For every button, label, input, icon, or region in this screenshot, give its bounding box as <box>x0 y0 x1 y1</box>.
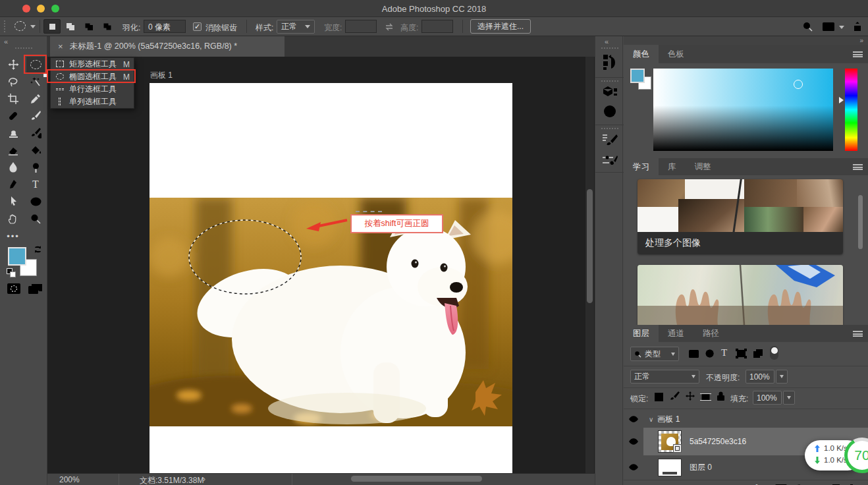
history-brush-tool[interactable] <box>26 125 45 141</box>
pen-tool[interactable] <box>4 177 22 192</box>
filter-adjustment-layers-icon[interactable] <box>705 349 715 358</box>
learn-card-hands[interactable] <box>637 265 843 325</box>
canvas-hscrollbar-thumb[interactable] <box>351 476 482 482</box>
elliptical-marquee-tool[interactable] <box>26 57 45 72</box>
learn-scrollbar-thumb[interactable] <box>858 195 863 249</box>
flyout-single-row-marquee[interactable]: 单行选框工具 <box>51 83 134 96</box>
tab-adjust[interactable]: 调整 <box>686 158 720 175</box>
panel-foreground-swatch[interactable] <box>630 69 645 83</box>
type-tool[interactable]: T <box>26 177 45 192</box>
fill-caret[interactable] <box>783 391 795 405</box>
width-input[interactable] <box>345 20 377 33</box>
zoom-tool[interactable] <box>26 211 45 227</box>
path-selection-tool[interactable] <box>4 194 22 210</box>
lock-all-icon[interactable] <box>717 391 725 401</box>
screen-mode-button[interactable] <box>28 283 43 297</box>
intersect-selection-mode-button[interactable] <box>99 19 116 34</box>
lock-transparency-icon[interactable] <box>654 392 664 402</box>
select-and-mask-button[interactable]: 选择并遮住... <box>470 19 531 34</box>
flyout-single-column-marquee[interactable]: 单列选框工具 <box>51 96 134 108</box>
feather-input[interactable]: 0 像素 <box>144 20 186 33</box>
toolbox-collapse-icon[interactable]: « <box>4 38 7 45</box>
tool-preset-ellipse-icon[interactable] <box>14 21 26 31</box>
shape-tool[interactable] <box>26 194 45 210</box>
dodge-tool[interactable] <box>26 159 45 175</box>
crop-tool[interactable] <box>4 91 22 107</box>
filter-pixel-layers-icon[interactable] <box>688 349 699 358</box>
color-panel-menu-icon[interactable] <box>853 51 863 57</box>
tab-swatches[interactable]: 色板 <box>659 45 693 63</box>
eyedropper-tool[interactable] <box>26 91 45 107</box>
clone-stamp-tool[interactable] <box>4 125 22 141</box>
magic-wand-tool[interactable] <box>26 74 45 90</box>
healing-brush-tool[interactable] <box>4 108 22 124</box>
visibility-eye-icon[interactable] <box>624 415 643 423</box>
antialias-checkbox[interactable]: ✓ <box>193 22 202 31</box>
filter-type-layers-icon[interactable]: T <box>721 347 727 358</box>
eraser-tool[interactable] <box>4 142 22 158</box>
layer-filter-select[interactable]: 类型 <box>630 347 679 361</box>
color-cursor[interactable] <box>794 80 803 89</box>
visibility-eye-icon[interactable] <box>624 428 643 455</box>
canvas-vscrollbar-thumb[interactable] <box>587 189 593 303</box>
opacity-caret[interactable] <box>776 370 788 384</box>
swap-dimensions-icon[interactable] <box>384 23 394 31</box>
search-icon[interactable] <box>802 21 813 32</box>
hand-tool[interactable] <box>4 211 22 227</box>
quick-mask-button[interactable] <box>7 283 21 297</box>
hue-strip[interactable] <box>845 69 857 151</box>
height-input[interactable] <box>421 20 453 33</box>
tool-preset-caret-icon[interactable] <box>30 25 36 28</box>
document-tab[interactable]: × 未标题-1 @ 200% (5a547250e3c16, RGB/8) * <box>50 36 285 57</box>
dock-expand-icon[interactable]: » <box>624 36 868 45</box>
tab-layers[interactable]: 图层 <box>624 325 659 342</box>
brush-settings-panel-icon[interactable] <box>602 133 618 149</box>
add-selection-mode-button[interactable] <box>62 19 79 34</box>
flyout-elliptical-marquee[interactable]: 椭圆选框工具 M <box>51 71 134 83</box>
history-panel-icon[interactable] <box>603 54 617 71</box>
tab-paths[interactable]: 路径 <box>693 325 728 342</box>
paint-bucket-tool[interactable] <box>26 142 45 158</box>
subtract-selection-mode-button[interactable] <box>80 19 97 34</box>
filter-shape-layers-icon[interactable] <box>736 349 747 358</box>
blend-mode-select[interactable]: 正常 <box>630 370 699 384</box>
options-grip[interactable] <box>4 20 5 32</box>
hue-slider-pointer[interactable] <box>839 97 844 103</box>
artboard-label[interactable]: 画板 1 <box>150 70 173 81</box>
style-select[interactable]: 正常 <box>277 20 315 34</box>
canvas-area[interactable]: 画板 1 <box>47 57 595 473</box>
layers-panel-menu-icon[interactable] <box>853 331 863 337</box>
layer-row-artboard[interactable]: ∨ 画板 1 <box>624 411 868 428</box>
brush-tool[interactable] <box>26 108 45 124</box>
canvas-vscrollbar[interactable] <box>585 57 594 473</box>
lock-pixels-icon[interactable] <box>670 391 680 402</box>
layer-thumbnail[interactable] <box>658 459 682 476</box>
layer-thumbnail[interactable] <box>658 430 682 453</box>
filter-smart-objects-icon[interactable] <box>753 349 763 358</box>
artboard-expand-caret[interactable]: ∨ <box>649 416 653 423</box>
tab-library[interactable]: 库 <box>659 158 686 175</box>
lock-artboard-icon[interactable] <box>700 392 711 402</box>
blur-tool[interactable] <box>4 159 22 175</box>
opacity-value-box[interactable]: 100% <box>746 370 774 384</box>
edit-toolbar-ellipsis[interactable]: ••• <box>4 228 22 244</box>
workspace-icon[interactable] <box>822 22 835 32</box>
tab-color[interactable]: 颜色 <box>624 45 659 63</box>
fill-value-box[interactable]: 100% <box>753 391 782 405</box>
workspace-caret-icon[interactable] <box>839 26 844 29</box>
tab-channels[interactable]: 通道 <box>659 325 693 342</box>
lock-position-icon[interactable] <box>685 391 695 402</box>
status-chevron-icon[interactable]: › <box>203 474 205 484</box>
visibility-eye-icon[interactable] <box>624 463 643 471</box>
new-selection-mode-button[interactable] <box>43 19 61 34</box>
color-gradient-field[interactable] <box>653 69 833 151</box>
info-panel-icon[interactable] <box>603 104 617 119</box>
learn-card-process-images[interactable]: 处理多个图像 <box>637 179 843 254</box>
artboard[interactable] <box>149 83 512 473</box>
filter-toggle[interactable] <box>770 346 778 360</box>
lasso-tool[interactable] <box>4 74 22 90</box>
toolbox-grip[interactable] <box>15 47 32 49</box>
learn-panel-menu-icon[interactable] <box>853 164 863 170</box>
tab-learn[interactable]: 学习 <box>624 158 659 175</box>
tool-presets-panel-icon[interactable] <box>602 154 618 167</box>
